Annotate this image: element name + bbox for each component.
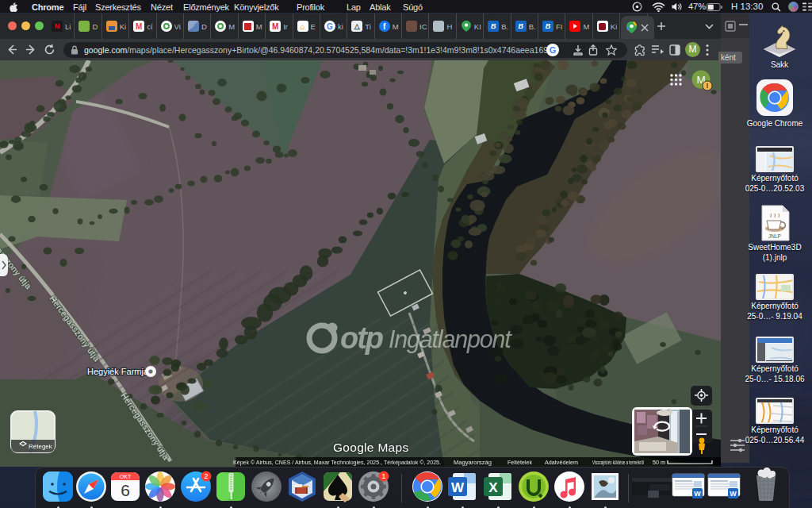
svg-text:Magyarország: Magyarország [454,460,492,466]
svg-text:2: 2 [204,471,208,480]
svg-text:Képek © Airbus, CNES / Airbus,: Képek © Airbus, CNES / Airbus, Maxar Tec… [233,460,441,466]
svg-text:1: 1 [381,471,385,480]
svg-text:Rétegek: Rétegek [29,443,53,450]
svg-text:6: 6 [121,481,130,499]
svg-text:Google Maps: Google Maps [333,441,409,454]
svg-text:W: W [451,480,465,495]
svg-text:Hegyiék Farmja: Hegyiék Farmja [87,367,149,376]
svg-text:W: W [694,490,701,498]
svg-text:Feltételek: Feltételek [508,460,532,465]
svg-text:Ingatlanpont: Ingatlanpont [389,325,512,353]
svg-text:50 m: 50 m [653,460,665,465]
svg-text:X: X [488,480,498,495]
svg-text:OKT: OKT [120,474,132,479]
svg-text:JNLP: JNLP [768,233,781,239]
svg-text:Visszajelzés küldése a termékr: Visszajelzés küldése a termékről [592,460,644,466]
svg-text:otp: otp [340,321,383,355]
svg-text:!: ! [707,82,709,90]
svg-text:Adatvédelem: Adatvédelem [545,460,578,465]
svg-text:G: G [550,45,557,55]
svg-text:W: W [730,490,737,498]
